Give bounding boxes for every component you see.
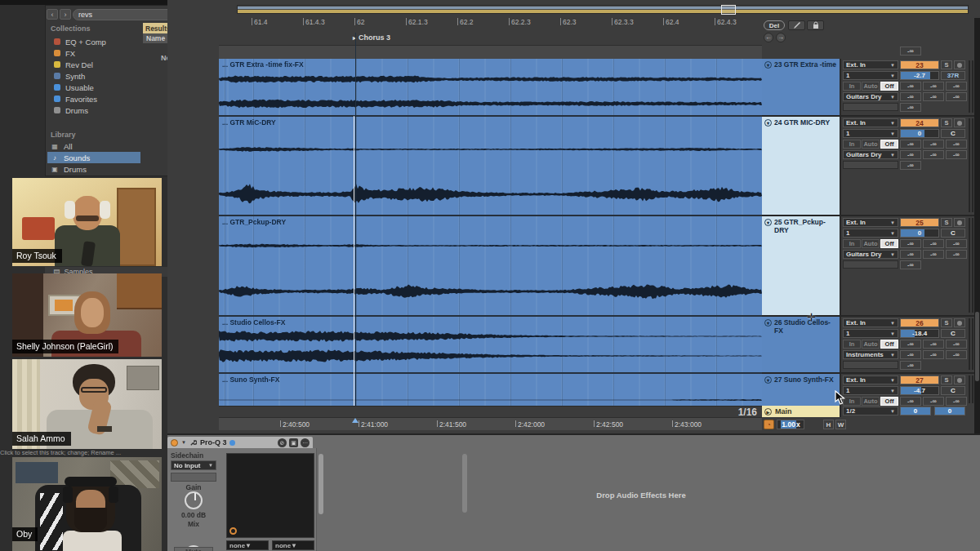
main-output-chooser[interactable]: 1/2▼ <box>843 407 898 415</box>
send-value[interactable]: -∞ <box>900 47 921 56</box>
output-chooser[interactable]: Guitars Dry▼ <box>843 250 898 259</box>
track-number-badge[interactable]: 25 <box>900 218 939 227</box>
collection-fx[interactable]: FX <box>51 47 140 59</box>
send-value[interactable]: -∞ <box>923 92 944 101</box>
output-channel-box[interactable] <box>843 361 898 369</box>
track-header-24[interactable]: ▾ 24 GTR MIC-DRY <box>762 117 841 215</box>
collection-usuable[interactable]: Usuable <box>51 82 140 93</box>
input-type-chooser[interactable]: Ext. In▼ <box>843 218 898 227</box>
send-value[interactable]: -∞ <box>900 250 921 259</box>
nav-right-button[interactable]: → <box>776 33 786 42</box>
hot-swap-icon[interactable]: ⊘ <box>278 438 287 447</box>
send-value[interactable]: -∞ <box>946 239 967 248</box>
collection-eq-comp[interactable]: EQ + Comp <box>51 36 140 47</box>
zoom-height-button[interactable]: H <box>823 420 834 429</box>
insert-marker-triangle[interactable] <box>352 418 359 423</box>
clip-lane-cellos[interactable]: ... Studio Cellos-FX <box>219 317 762 372</box>
track-fold-button[interactable]: ▾ <box>764 319 772 327</box>
monitor-in-button[interactable]: In <box>843 239 861 248</box>
input-type-chooser[interactable]: Ext. In▼ <box>843 118 898 127</box>
send-value[interactable]: -∞ <box>900 239 921 248</box>
scrollbar-thumb[interactable] <box>975 312 979 381</box>
send-value[interactable]: -∞ <box>923 82 944 91</box>
sidechain-channel-box[interactable] <box>171 473 216 482</box>
library-item-drums[interactable]: ▣Drums <box>47 163 140 175</box>
monitor-in-button[interactable]: In <box>843 340 861 349</box>
solo-button[interactable]: S <box>941 318 952 327</box>
solo-button[interactable]: S <box>941 375 952 384</box>
input-channel-chooser[interactable]: 1▼ <box>843 71 898 80</box>
clip-lane-gtr-mic[interactable]: ... GTR MiC-DRY <box>219 117 762 215</box>
monitor-auto-button[interactable]: Auto <box>862 239 880 248</box>
solo-button[interactable]: S <box>941 60 952 69</box>
search-input[interactable] <box>78 10 176 20</box>
send-value[interactable]: -∞ <box>900 103 921 112</box>
output-chooser[interactable]: Guitars Dry▼ <box>843 150 898 159</box>
output-chooser[interactable]: Guitars Dry▼ <box>843 92 898 101</box>
send-value[interactable]: -∞ <box>946 340 967 349</box>
browser-forward-button[interactable]: › <box>60 9 71 20</box>
track-fold-button[interactable]: ▾ <box>764 119 772 127</box>
lock-envelopes-button[interactable] <box>807 20 824 30</box>
device-scrollbar[interactable] <box>318 454 323 514</box>
input-type-chooser[interactable]: Ext. In▼ <box>843 318 898 327</box>
send-value[interactable]: -∞ <box>923 340 944 349</box>
slot2-chooser[interactable]: none▼ <box>272 540 314 550</box>
pan-knob[interactable]: C <box>941 329 965 338</box>
more-options-icon[interactable]: ⋯ <box>301 438 310 447</box>
device-title-bar[interactable]: ▼ Pro-Q 3 ⊘ ▣ ⋯ <box>167 437 313 448</box>
collection-favorites[interactable]: Favorites <box>51 93 140 104</box>
monitor-auto-button[interactable]: Auto <box>862 82 880 91</box>
scrub-area[interactable] <box>219 45 762 59</box>
save-preset-icon[interactable]: ▣ <box>289 438 298 447</box>
track-number-badge[interactable]: 26 <box>900 318 939 327</box>
send-value[interactable]: -∞ <box>946 397 967 406</box>
clip-lane-suno[interactable]: ... Suno Synth-FX <box>219 374 762 406</box>
solo-button[interactable]: S <box>941 218 952 227</box>
monitor-auto-button[interactable]: Auto <box>862 140 880 149</box>
delete-button[interactable]: Del <box>764 20 785 30</box>
input-channel-chooser[interactable]: 1▼ <box>843 129 898 138</box>
playback-speed-box[interactable]: 1.00x <box>777 420 804 429</box>
arrangement-scrollbar[interactable] <box>974 18 980 433</box>
collection-synth[interactable]: Synth <box>51 70 140 82</box>
send-value[interactable]: -∞ <box>900 161 921 170</box>
follow-button[interactable]: ◔ <box>764 420 774 429</box>
track-header-27[interactable]: ▾ 27 Suno Synth-FX <box>762 374 841 406</box>
pan-knob[interactable]: 37R <box>941 71 965 80</box>
video-tile-oby[interactable]: Oby <box>12 457 162 551</box>
send-value[interactable]: -∞ <box>900 82 921 91</box>
volume-slider[interactable]: -18.4 <box>900 329 939 338</box>
send-value[interactable]: -∞ <box>923 140 944 149</box>
slot1-chooser[interactable]: none▼ <box>226 540 269 550</box>
send-value[interactable]: -∞ <box>923 397 944 406</box>
device-display[interactable] <box>226 453 314 538</box>
draw-mode-button[interactable] <box>788 20 805 30</box>
browser-back-button[interactable]: ‹ <box>47 9 58 20</box>
track-header-25[interactable]: ▾ 25 GTR_Pckup-DRY <box>762 216 841 315</box>
device-on-button[interactable] <box>171 439 178 447</box>
main-volume[interactable]: 0 <box>900 407 931 415</box>
arm-button[interactable] <box>954 218 965 227</box>
send-value[interactable]: -∞ <box>946 350 967 359</box>
clip-lane-gtr-extra[interactable]: ... GTR Extra -time fix-FX <box>219 59 762 115</box>
send-value[interactable]: -∞ <box>923 250 944 259</box>
pan-knob[interactable]: C <box>941 229 965 238</box>
track-header-23[interactable]: ▾ 23 GTR Extra -time <box>762 59 841 115</box>
track-fold-button[interactable]: ▾ <box>764 61 772 69</box>
pan-knob[interactable]: C <box>941 129 965 138</box>
mute-button[interactable]: Mute <box>174 547 213 551</box>
input-channel-chooser[interactable]: 1▼ <box>843 229 898 238</box>
send-value[interactable]: -∞ <box>900 92 921 101</box>
beat-time-ruler[interactable]: 61.4 61.4.3 62 62.1.3 62.2 62.2.3 62.3 6… <box>219 18 762 31</box>
track-fold-button[interactable]: ▾ <box>764 219 772 226</box>
nav-left-button[interactable]: ← <box>764 33 773 42</box>
send-value[interactable]: -∞ <box>900 397 921 406</box>
send-value[interactable]: -∞ <box>946 140 967 149</box>
track-fold-button[interactable]: ▾ <box>764 376 772 384</box>
monitor-auto-button[interactable]: Auto <box>862 397 880 406</box>
time-ruler[interactable]: 2:40:500 2:41:000 2:41:500 2:42:000 2:42… <box>219 417 762 430</box>
overview-view-handle[interactable] <box>721 5 736 15</box>
arm-button[interactable] <box>954 318 965 327</box>
main-track-header[interactable]: ▶ Main <box>762 406 841 417</box>
